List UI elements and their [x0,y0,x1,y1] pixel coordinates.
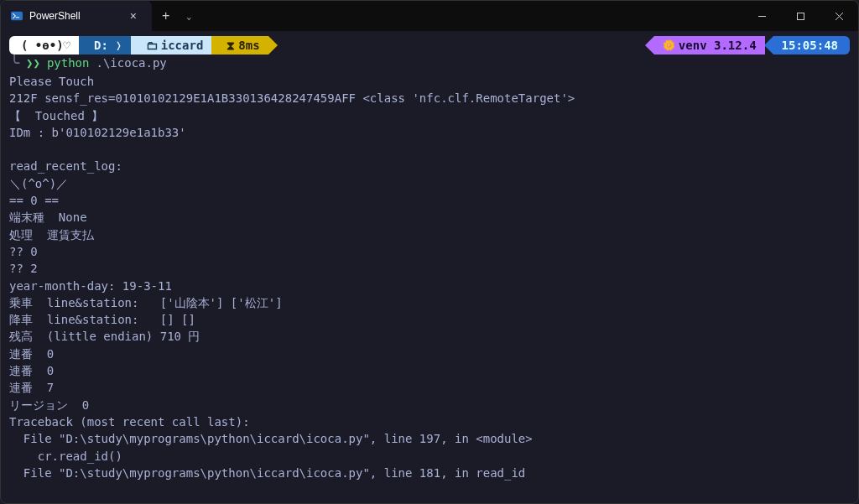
window-controls [742,1,858,31]
powershell-icon [11,10,23,22]
new-tab-button[interactable]: + [152,8,180,23]
command-binary: python [47,56,90,70]
command-argument: .\icoca.py [96,56,166,70]
prompt-timing-segment: ⧗ 8ms [211,36,268,55]
terminal-output: Please Touch 212F sensf_res=01010102129E… [9,73,850,481]
venv-label: venv 3.12.4 [679,39,757,52]
prompt-folder-segment: 🗀 iccard [131,36,212,55]
prompt-face-segment: ( •ө•)♡ [9,36,79,55]
svg-rect-0 [11,12,23,21]
tabs-area: PowerShell × + ⌄ [1,1,198,31]
tab-dropdown-button[interactable]: ⌄ [180,12,198,21]
maximize-button[interactable] [781,1,820,31]
svg-rect-2 [797,13,804,19]
clock-value: 15:05:48 [782,39,838,52]
python-icon: 🌼 [663,39,675,51]
tab-close-button[interactable]: × [125,8,142,24]
command-line: ╰ ❯❯ python .\icoca.py [9,56,850,70]
segment-divider-icon [764,36,773,55]
segment-divider-icon [268,36,278,55]
prompt-chevrons-icon: ❯❯ [26,56,40,70]
prompt-continuation-icon: ╰ [9,57,19,69]
drive-label: D: [94,39,108,52]
minimize-button[interactable] [742,1,781,31]
prompt-right: 🌼 venv 3.12.4 15:05:48 [645,36,850,55]
tab-title: PowerShell [29,10,118,22]
hourglass-icon: ⧗ [226,39,235,53]
terminal-body[interactable]: ( •ө•)♡ D: ❭ 🗀 iccard ⧗ 8ms 🌼 venv 3.12.… [1,31,858,481]
tab-powershell[interactable]: PowerShell × [1,1,152,31]
timing-value: 8ms [238,39,259,52]
prompt-venv-segment: 🌼 venv 3.12.4 [654,36,765,55]
segment-divider-icon [645,36,654,55]
titlebar: PowerShell × + ⌄ [1,1,858,31]
close-button[interactable] [820,1,858,31]
prompt-clock-segment: 15:05:48 [773,36,850,55]
folder-name: iccard [161,39,204,52]
prompt-line: ( •ө•)♡ D: ❭ 🗀 iccard ⧗ 8ms 🌼 venv 3.12.… [9,36,850,55]
folder-icon: 🗀 [146,39,158,52]
drive-separator-icon: ❭ [115,39,122,52]
prompt-drive-segment: D: ❭ [79,36,131,55]
